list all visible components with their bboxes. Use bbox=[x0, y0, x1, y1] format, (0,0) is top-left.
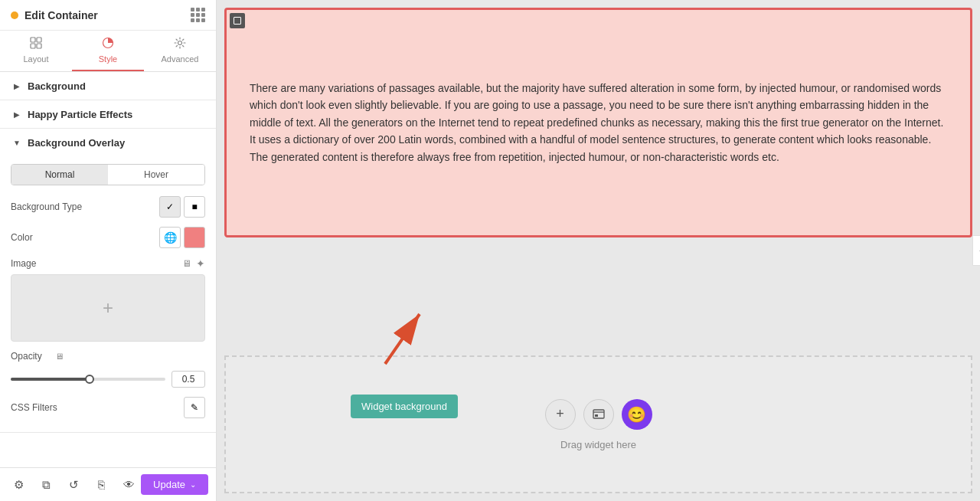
background-type-label: Background Type bbox=[11, 201, 82, 212]
overlay-arrow: ▼ bbox=[11, 136, 23, 149]
bottom-icons: ⚙ ⧉ ↺ ⎘ 👁 bbox=[8, 474, 139, 496]
background-type-gradient-btn[interactable]: ■ bbox=[184, 196, 205, 218]
image-label-row: Image 🖥 ✦ bbox=[11, 257, 205, 270]
color-swatch[interactable] bbox=[184, 227, 205, 248]
monitor-icon: 🖥 bbox=[182, 258, 191, 269]
sparkle-icon[interactable]: ✦ bbox=[196, 257, 205, 270]
css-filters-edit-btn[interactable]: ✎ bbox=[184, 397, 205, 418]
container-handle[interactable] bbox=[230, 13, 245, 28]
arrow-pointer bbox=[362, 299, 439, 378]
toggle-normal[interactable]: Normal bbox=[11, 165, 108, 185]
background-type-row: Background Type ✓ ■ bbox=[11, 196, 205, 218]
opacity-monitor-icon: 🖥 bbox=[55, 352, 64, 361]
sidebar-header: Edit Container bbox=[0, 0, 216, 31]
background-type-controls: ✓ ■ bbox=[159, 196, 205, 218]
opacity-row: Opacity 🖥 bbox=[11, 351, 205, 362]
overlay-title: Background Overlay bbox=[28, 137, 125, 149]
background-section-header[interactable]: ▶ Background bbox=[0, 72, 216, 100]
slider-track bbox=[11, 378, 165, 381]
svg-rect-9 bbox=[595, 414, 598, 417]
traffic-dot bbox=[11, 11, 18, 19]
svg-rect-1 bbox=[37, 38, 41, 42]
update-label: Update bbox=[153, 479, 185, 490]
svg-rect-2 bbox=[31, 44, 35, 48]
tab-layout-label: Layout bbox=[23, 54, 48, 64]
image-label: Image bbox=[11, 258, 36, 269]
bottom-toolbar: ⚙ ⧉ ↺ ⎘ 👁 Update ⌄ bbox=[0, 467, 216, 501]
tab-style[interactable]: Style bbox=[72, 31, 144, 71]
sidebar-content: ▶ Background ▶ Happy Particle Effects ▼ … bbox=[0, 72, 216, 467]
particle-section-header[interactable]: ▶ Happy Particle Effects bbox=[0, 100, 216, 129]
sidebar: Edit Container Layout bbox=[0, 0, 217, 501]
layout-icon bbox=[30, 37, 42, 52]
opacity-slider[interactable] bbox=[11, 378, 165, 381]
opacity-label: Opacity bbox=[11, 351, 49, 362]
background-title: Background bbox=[28, 80, 86, 92]
main-content: There are many variations of passages av… bbox=[217, 0, 980, 501]
svg-rect-0 bbox=[31, 38, 35, 42]
color-globe-btn[interactable]: 🌐 bbox=[159, 227, 181, 248]
update-button[interactable]: Update ⌄ bbox=[141, 474, 208, 495]
sidebar-header-left: Edit Container bbox=[11, 9, 98, 21]
style-icon bbox=[102, 37, 114, 52]
overlay-section: ▼ Background Overlay Normal Hover Backgr… bbox=[0, 129, 216, 433]
particle-arrow: ▶ bbox=[11, 108, 23, 120]
tab-advanced-label: Advanced bbox=[162, 54, 199, 64]
color-label: Color bbox=[11, 232, 33, 243]
grid-icon[interactable] bbox=[191, 8, 205, 22]
tab-advanced[interactable]: Advanced bbox=[144, 31, 216, 71]
svg-rect-8 bbox=[593, 410, 604, 418]
slider-fill bbox=[11, 378, 88, 381]
layers-icon-btn[interactable]: ⧉ bbox=[35, 474, 57, 496]
overlay-section-header[interactable]: ▼ Background Overlay bbox=[0, 129, 216, 156]
drop-zone-icons: + 😊 bbox=[545, 399, 652, 430]
widget-bg-tooltip: Widget background bbox=[351, 395, 458, 418]
color-row: Color 🌐 bbox=[11, 227, 205, 248]
emoji-widget-btn[interactable]: 😊 bbox=[622, 399, 652, 430]
normal-hover-toggle: Normal Hover bbox=[11, 164, 205, 185]
css-filters-row: CSS Filters ✎ bbox=[11, 397, 205, 418]
image-upload-plus-icon: + bbox=[103, 297, 113, 319]
svg-line-7 bbox=[385, 314, 420, 364]
tab-bar: Layout Style Advanced bbox=[0, 31, 216, 72]
handle-icon bbox=[234, 17, 241, 25]
particle-title: Happy Particle Effects bbox=[28, 109, 132, 120]
widget-body-text: There are many variations of passages av… bbox=[250, 80, 947, 165]
slider-thumb[interactable] bbox=[85, 375, 94, 384]
tab-layout[interactable]: Layout bbox=[0, 31, 72, 71]
svg-rect-3 bbox=[37, 44, 41, 48]
drop-zone: + 😊 Drag widget here bbox=[224, 355, 972, 493]
settings-icon-btn[interactable]: ⚙ bbox=[8, 474, 29, 496]
history-icon-btn[interactable]: ↺ bbox=[63, 474, 84, 496]
background-arrow: ▶ bbox=[11, 80, 23, 92]
drag-widget-text: Drag widget here bbox=[560, 439, 636, 450]
color-controls: 🌐 bbox=[159, 227, 205, 248]
browse-widget-btn[interactable] bbox=[583, 399, 614, 430]
copy-icon-btn[interactable]: ⎘ bbox=[90, 474, 112, 496]
add-widget-btn[interactable]: + bbox=[545, 399, 576, 430]
update-chevron-icon: ⌄ bbox=[190, 480, 196, 489]
eye-icon-btn[interactable]: 👁 bbox=[118, 474, 139, 496]
toggle-hover[interactable]: Hover bbox=[108, 165, 204, 185]
tab-style-label: Style bbox=[99, 54, 117, 64]
image-upload-area[interactable]: + bbox=[11, 274, 205, 342]
svg-point-5 bbox=[178, 41, 182, 45]
advanced-icon bbox=[174, 37, 186, 52]
css-filters-label: CSS Filters bbox=[11, 402, 57, 413]
opacity-value-input[interactable] bbox=[172, 371, 205, 388]
overlay-content: Normal Hover Background Type ✓ ■ Color 🌐 bbox=[0, 156, 216, 432]
sidebar-title: Edit Container bbox=[24, 9, 98, 21]
background-type-classic-btn[interactable]: ✓ bbox=[159, 196, 181, 218]
widget-container: There are many variations of passages av… bbox=[224, 8, 972, 237]
